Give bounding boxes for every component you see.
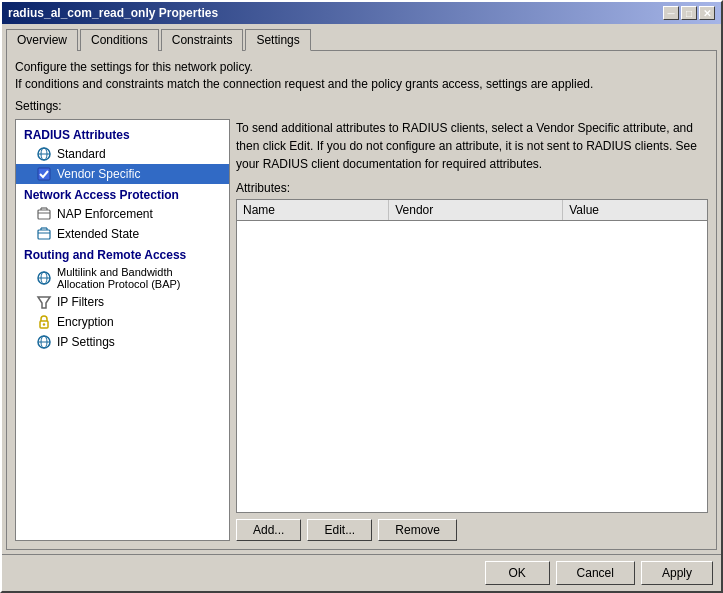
nav-item-encryption-label: Encryption <box>57 315 114 329</box>
add-button[interactable]: Add... <box>236 519 301 541</box>
nav-item-standard[interactable]: Standard <box>16 144 229 164</box>
remove-button[interactable]: Remove <box>378 519 457 541</box>
tab-conditions[interactable]: Conditions <box>80 29 159 51</box>
encryption-icon <box>36 314 52 330</box>
description-line1: Configure the settings for this network … <box>15 59 708 76</box>
nav-item-extended-state-label: Extended State <box>57 227 139 241</box>
edit-button[interactable]: Edit... <box>307 519 372 541</box>
col-header-value: Value <box>563 200 707 221</box>
title-bar: radius_al_com_read_only Properties ─ □ ✕ <box>2 2 721 24</box>
window: radius_al_com_read_only Properties ─ □ ✕… <box>0 0 723 593</box>
nav-item-ip-filters[interactable]: IP Filters <box>16 292 229 312</box>
description-line2: If conditions and constraints match the … <box>15 76 708 93</box>
multilink-icon <box>36 270 52 286</box>
window-title: radius_al_com_read_only Properties <box>8 6 218 20</box>
section-nap: Network Access Protection <box>16 184 229 204</box>
settings-label: Settings: <box>15 99 708 113</box>
footer: OK Cancel Apply <box>2 554 721 591</box>
action-buttons: Add... Edit... Remove <box>236 519 708 541</box>
nav-item-extended-state[interactable]: Extended State <box>16 224 229 244</box>
ok-button[interactable]: OK <box>485 561 550 585</box>
svg-marker-17 <box>38 297 50 308</box>
nav-item-vendor-specific-label: Vendor Specific <box>57 167 140 181</box>
nav-item-ip-settings-label: IP Settings <box>57 335 115 349</box>
tab-constraints[interactable]: Constraints <box>161 29 244 51</box>
nav-item-ip-filters-label: IP Filters <box>57 295 104 309</box>
nav-item-nap-enforcement[interactable]: NAP Enforcement <box>16 204 229 224</box>
svg-point-19 <box>43 323 45 325</box>
globe-icon <box>36 146 52 162</box>
ip-settings-icon <box>36 334 52 350</box>
col-header-name: Name <box>237 200 389 221</box>
maximize-button[interactable]: □ <box>681 6 697 20</box>
nav-item-multilink-label: Multilink and Bandwidth Allocation Proto… <box>57 266 221 290</box>
col-header-vendor: Vendor <box>389 200 563 221</box>
nav-item-multilink[interactable]: Multilink and Bandwidth Allocation Proto… <box>16 264 229 292</box>
section-radius-attributes: RADIUS Attributes <box>16 124 229 144</box>
main-area: RADIUS Attributes Standard <box>15 119 708 541</box>
description-block: Configure the settings for this network … <box>15 59 708 93</box>
nav-item-standard-label: Standard <box>57 147 106 161</box>
tab-overview[interactable]: Overview <box>6 29 78 51</box>
title-bar-buttons: ─ □ ✕ <box>663 6 715 20</box>
extended-state-icon <box>36 226 52 242</box>
tab-content: Configure the settings for this network … <box>6 50 717 550</box>
svg-rect-4 <box>38 210 50 219</box>
svg-rect-3 <box>38 168 50 180</box>
left-panel: RADIUS Attributes Standard <box>15 119 230 541</box>
apply-button[interactable]: Apply <box>641 561 713 585</box>
minimize-button[interactable]: ─ <box>663 6 679 20</box>
tabs-bar: Overview Conditions Constraints Settings <box>2 24 721 50</box>
nav-item-nap-label: NAP Enforcement <box>57 207 153 221</box>
section-routing: Routing and Remote Access <box>16 244 229 264</box>
tab-settings[interactable]: Settings <box>245 29 310 51</box>
attributes-table-wrapper: Name Vendor Value <box>236 199 708 513</box>
nav-item-encryption[interactable]: Encryption <box>16 312 229 332</box>
nav-item-vendor-specific[interactable]: Vendor Specific <box>16 164 229 184</box>
info-text: To send additional attributes to RADIUS … <box>236 119 708 173</box>
ip-filters-icon <box>36 294 52 310</box>
attributes-label: Attributes: <box>236 181 708 195</box>
nap-enforcement-icon <box>36 206 52 222</box>
cancel-button[interactable]: Cancel <box>556 561 635 585</box>
close-button[interactable]: ✕ <box>699 6 715 20</box>
vendor-check-icon <box>36 166 52 182</box>
right-panel: To send additional attributes to RADIUS … <box>236 119 708 541</box>
attributes-table: Name Vendor Value <box>237 200 707 221</box>
svg-rect-9 <box>38 230 50 239</box>
nav-item-ip-settings[interactable]: IP Settings <box>16 332 229 352</box>
